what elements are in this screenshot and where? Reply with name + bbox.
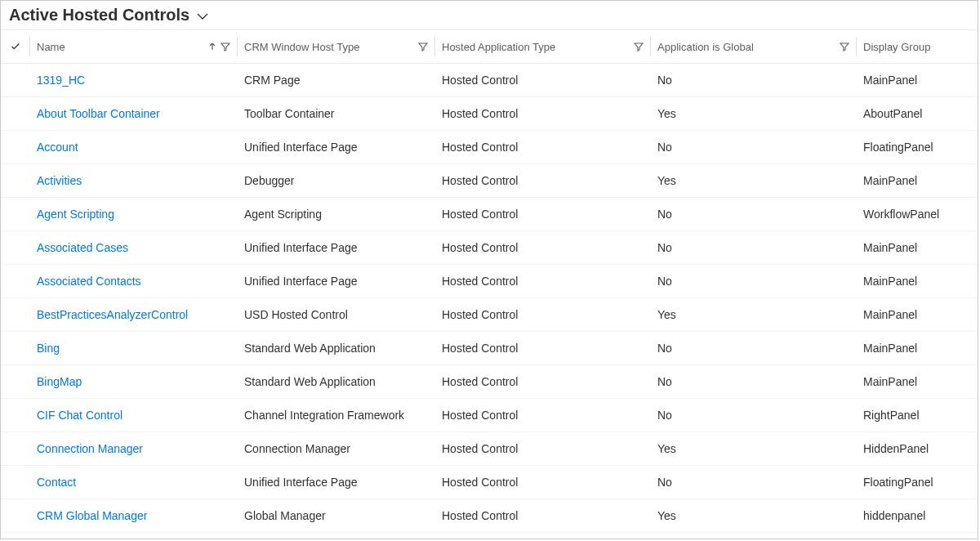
column-header-hosted-application-type[interactable]: Hosted Application Type xyxy=(435,37,651,56)
column-header-application-is-global[interactable]: Application is Global xyxy=(651,37,857,56)
table-row[interactable]: CRM Global ManagerGlobal ManagerHosted C… xyxy=(1,499,978,533)
cell-crm-window-host-type: Standard Web Application xyxy=(238,375,435,388)
cell-name: Bing xyxy=(30,342,238,355)
table-row[interactable]: About Toolbar ContainerToolbar Container… xyxy=(1,97,978,131)
cell-application-is-global: Yes xyxy=(651,442,857,455)
record-link[interactable]: Connection Manager xyxy=(37,442,143,455)
column-header-crm-window-host-type[interactable]: CRM Window Host Type xyxy=(238,37,435,56)
cell-application-is-global: No xyxy=(651,241,857,254)
cell-name: BestPracticesAnalyzerControl xyxy=(30,308,238,321)
select-all-header[interactable] xyxy=(1,37,30,56)
record-link[interactable]: Agent Scripting xyxy=(37,208,114,221)
cell-display-group: MainPanel xyxy=(857,308,971,321)
cell-hosted-application-type: Hosted Control xyxy=(435,442,651,455)
cell-crm-window-host-type: CRM Page xyxy=(238,74,435,87)
chevron-down-icon xyxy=(196,10,209,23)
filter-icon[interactable] xyxy=(634,42,644,51)
filter-icon[interactable] xyxy=(418,42,428,51)
cell-name: Associated Contacts xyxy=(30,275,238,288)
cell-name: CIF Chat Control xyxy=(30,409,238,422)
table-row[interactable]: Associated CasesUnified Interface PageHo… xyxy=(1,231,978,265)
table-row[interactable]: ActivitiesDebuggerHosted ControlYesMainP… xyxy=(1,164,978,198)
record-link[interactable]: CIF Chat Control xyxy=(37,409,122,422)
sort-ascending-icon[interactable] xyxy=(207,42,217,51)
cell-display-group: HiddenPanel xyxy=(857,442,971,455)
column-header-label: Display Group xyxy=(863,41,964,53)
view-header: Active Hosted Controls xyxy=(1,1,978,29)
grid-body: 1319_HCCRM PageHosted ControlNoMainPanel… xyxy=(1,64,978,533)
table-row[interactable]: BingStandard Web ApplicationHosted Contr… xyxy=(1,332,978,365)
column-header-display-group[interactable]: Display Group xyxy=(857,37,971,56)
record-link[interactable]: BestPracticesAnalyzerControl xyxy=(37,308,188,321)
cell-display-group: MainPanel xyxy=(857,275,971,288)
cell-display-group: AboutPanel xyxy=(857,107,971,120)
table-row[interactable]: 1319_HCCRM PageHosted ControlNoMainPanel xyxy=(1,64,978,97)
cell-application-is-global: Yes xyxy=(651,107,857,120)
cell-display-group: hiddenpanel xyxy=(857,509,971,522)
cell-application-is-global: Yes xyxy=(651,509,857,522)
record-link[interactable]: Account xyxy=(37,141,78,154)
cell-crm-window-host-type: Global Manager xyxy=(238,509,435,522)
column-header-label: Hosted Application Type xyxy=(442,41,630,53)
cell-crm-window-host-type: Standard Web Application xyxy=(238,342,435,355)
cell-display-group: FloatingPanel xyxy=(857,141,971,154)
cell-crm-window-host-type: Unified Interface Page xyxy=(238,241,435,254)
cell-hosted-application-type: Hosted Control xyxy=(435,308,651,321)
filter-icon[interactable] xyxy=(840,42,849,51)
record-link[interactable]: Activities xyxy=(37,174,82,187)
cell-name: Account xyxy=(30,141,238,154)
cell-crm-window-host-type: Connection Manager xyxy=(238,442,435,455)
record-link[interactable]: CRM Global Manager xyxy=(37,509,147,522)
cell-hosted-application-type: Hosted Control xyxy=(435,275,651,288)
cell-hosted-application-type: Hosted Control xyxy=(435,409,651,422)
grid: Name CRM Window Host Type Hosted Applica… xyxy=(1,29,978,533)
table-row[interactable]: AccountUnified Interface PageHosted Cont… xyxy=(1,131,978,164)
cell-crm-window-host-type: Unified Interface Page xyxy=(238,476,435,489)
record-link[interactable]: Bing xyxy=(37,342,60,355)
cell-hosted-application-type: Hosted Control xyxy=(435,141,651,154)
record-link[interactable]: 1319_HC xyxy=(37,74,85,87)
table-row[interactable]: CIF Chat ControlChannel Integration Fram… xyxy=(1,399,978,432)
cell-crm-window-host-type: USD Hosted Control xyxy=(238,308,435,321)
record-link[interactable]: About Toolbar Container xyxy=(37,107,160,120)
column-header-name[interactable]: Name xyxy=(30,37,238,56)
record-link[interactable]: Associated Cases xyxy=(37,241,128,254)
record-link[interactable]: Associated Contacts xyxy=(37,275,141,288)
record-link[interactable]: BingMap xyxy=(37,375,82,388)
view-selector-chevron[interactable] xyxy=(196,8,209,23)
table-row[interactable]: Agent ScriptingAgent ScriptingHosted Con… xyxy=(1,198,978,231)
cell-display-group: WorkflowPanel xyxy=(857,208,971,221)
filter-icon[interactable] xyxy=(220,42,230,51)
checkmark-icon xyxy=(10,41,21,52)
cell-hosted-application-type: Hosted Control xyxy=(435,107,651,120)
cell-application-is-global: No xyxy=(651,208,857,221)
view-title: Active Hosted Controls xyxy=(9,6,189,25)
cell-application-is-global: No xyxy=(651,275,857,288)
cell-application-is-global: Yes xyxy=(651,174,857,187)
cell-hosted-application-type: Hosted Control xyxy=(435,342,651,355)
cell-name: BingMap xyxy=(30,375,238,388)
table-row[interactable]: BingMapStandard Web ApplicationHosted Co… xyxy=(1,365,978,399)
table-row[interactable]: BestPracticesAnalyzerControlUSD Hosted C… xyxy=(1,298,978,332)
table-row[interactable]: ContactUnified Interface PageHosted Cont… xyxy=(1,466,978,499)
cell-application-is-global: No xyxy=(651,409,857,422)
cell-crm-window-host-type: Toolbar Container xyxy=(238,107,435,120)
cell-hosted-application-type: Hosted Control xyxy=(435,375,651,388)
active-hosted-controls-view: Active Hosted Controls Name CRM Window H… xyxy=(0,0,978,539)
table-row[interactable]: Connection ManagerConnection ManagerHost… xyxy=(1,432,978,466)
cell-hosted-application-type: Hosted Control xyxy=(435,476,651,489)
cell-display-group: RightPanel xyxy=(857,409,971,422)
cell-crm-window-host-type: Agent Scripting xyxy=(238,208,435,221)
table-row[interactable]: Associated ContactsUnified Interface Pag… xyxy=(1,265,978,298)
record-link[interactable]: Contact xyxy=(37,476,76,489)
cell-application-is-global: No xyxy=(651,476,857,489)
column-header-label: CRM Window Host Type xyxy=(244,41,415,53)
cell-crm-window-host-type: Channel Integration Framework xyxy=(238,409,435,422)
cell-name: Contact xyxy=(30,476,238,489)
cell-display-group: MainPanel xyxy=(857,342,971,355)
cell-name: Activities xyxy=(30,174,238,187)
cell-display-group: MainPanel xyxy=(857,174,971,187)
grid-header-row: Name CRM Window Host Type Hosted Applica… xyxy=(1,29,978,64)
cell-hosted-application-type: Hosted Control xyxy=(435,208,651,221)
cell-name: Associated Cases xyxy=(30,241,238,254)
